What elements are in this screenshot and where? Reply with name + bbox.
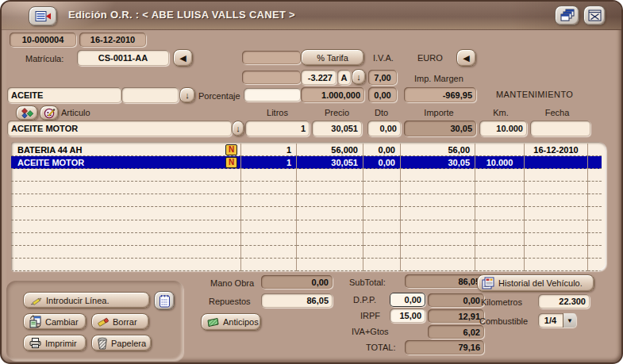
km-header: Km. xyxy=(476,108,525,117)
porcentaje-label: Porcentaje xyxy=(198,91,240,101)
kilometros-field[interactable]: 22.300 xyxy=(538,294,590,308)
cambiar-button[interactable]: Cambiar xyxy=(23,313,87,330)
iva-label: I.V.A. xyxy=(373,53,394,63)
combustible-dropdown[interactable]: 1/4 ▼ xyxy=(538,313,576,328)
imprimir-button[interactable]: Imprimir xyxy=(23,335,87,351)
cascade-windows-button[interactable] xyxy=(555,6,579,25)
pencil-icon xyxy=(30,295,43,306)
articulo-filter-field[interactable]: ACEITE xyxy=(7,87,121,103)
app-icon-button[interactable] xyxy=(29,6,57,26)
new-line-flag-icon: N xyxy=(225,157,237,168)
down-arrow-icon: ↓ xyxy=(185,90,190,100)
total-label: TOTAL: xyxy=(366,343,396,352)
vehicle-history-icon xyxy=(482,277,495,289)
cascade-windows-icon xyxy=(560,9,575,22)
anticipos-button[interactable]: Anticipos xyxy=(201,313,261,331)
table-row-empty xyxy=(11,233,606,246)
eraser-icon xyxy=(97,316,110,328)
subtotal-label: SubTotal: xyxy=(349,278,386,287)
mantenimiento-label: MANTENIMIENTO xyxy=(496,90,573,99)
tarifa-button[interactable]: % Tarifa xyxy=(301,49,364,66)
down-arrow-icon: ↓ xyxy=(356,72,361,82)
trash-icon xyxy=(97,337,108,350)
table-row-empty xyxy=(11,220,606,233)
table-row-empty xyxy=(11,259,606,271)
table-row-empty xyxy=(11,194,606,207)
prev-record-icon: ◀ xyxy=(179,53,186,63)
irpf-field: 12,91 xyxy=(428,309,484,323)
dto-header-field: 0,00 xyxy=(368,87,397,102)
irpf-label: IRPF xyxy=(360,311,380,320)
close-icon xyxy=(588,10,602,21)
title-bar: Edición O.R. : < ABE LUISA VALLS CANET > xyxy=(2,2,621,30)
borrar-button[interactable]: Borrar xyxy=(91,313,149,330)
introducir-linea-button[interactable]: Introducir Línea. xyxy=(23,292,150,308)
order-number-field[interactable]: 10-000004 xyxy=(10,33,76,47)
dpp-field: 0,00 xyxy=(428,293,484,307)
window-title: Edición O.R. : < ABE LUISA VALLS CANET > xyxy=(68,9,295,21)
edit-dto-field[interactable]: 0,00 xyxy=(367,121,401,136)
subtotal-field: 86,05 xyxy=(405,274,484,288)
table-row-empty xyxy=(11,169,606,182)
lines-table: BATERIA 44 AHN 1 56,000 0,00 56,00 16-12… xyxy=(11,142,606,271)
table-row[interactable]: BATERIA 44 AHN 1 56,000 0,00 56,00 16-12… xyxy=(11,144,606,156)
edit-litros-field[interactable]: 1 xyxy=(245,121,310,136)
advance-payment-icon xyxy=(206,317,220,328)
matricula-prev-button[interactable]: ◀ xyxy=(173,49,193,67)
dpp-pct-field[interactable]: 0,00 xyxy=(390,293,425,307)
imp-margen-label: Imp. Margen xyxy=(414,74,463,83)
tarifa-value-field[interactable]: -3.227 xyxy=(301,70,336,85)
precio-header: Precio xyxy=(312,108,362,117)
tarifa-empty-field-2 xyxy=(242,71,301,84)
edit-article-icon xyxy=(44,107,56,119)
order-date-field[interactable]: 16-12-2010 xyxy=(79,33,146,47)
parts-button[interactable] xyxy=(16,105,38,121)
articulo-column-label: Articulo xyxy=(61,108,90,117)
repuestos-label: Repuestos xyxy=(209,297,251,306)
dpp-label: D.P.P. xyxy=(353,295,376,305)
porcentaje-field[interactable] xyxy=(244,88,301,102)
total-field: 79,16 xyxy=(405,340,484,354)
close-window-button[interactable] xyxy=(583,6,606,25)
edit-precio-field[interactable]: 30,051 xyxy=(312,121,362,136)
articulo-filter-down-button[interactable]: ↓ xyxy=(179,87,195,103)
historial-vehiculo-button[interactable]: Historial del Vehículo. xyxy=(477,274,594,292)
euro-prev-button[interactable]: ◀ xyxy=(456,49,476,67)
mano-obra-field: 0,00 xyxy=(261,275,333,289)
edit-km-field[interactable]: 10.000 xyxy=(479,121,527,136)
articulo-filter-field-2[interactable] xyxy=(121,87,179,103)
repuestos-field[interactable]: 86,05 xyxy=(261,293,333,308)
table-row-empty xyxy=(11,246,606,259)
imp-margen-field: -969,95 xyxy=(404,87,476,102)
table-row-empty xyxy=(11,182,606,194)
irpf-pct-field[interactable]: 15,00 xyxy=(390,308,425,323)
table-row[interactable]: ACEITE MOTORN 1 30,051 0,00 30,05 10.000 xyxy=(11,156,606,169)
edit-articulo-field[interactable]: ACEITE MOTOR xyxy=(7,121,232,136)
down-arrow-icon: ↓ xyxy=(236,124,240,133)
edit-articulo-down-button[interactable]: ↓ xyxy=(232,121,244,136)
tarifa-down-button[interactable]: ↓ xyxy=(352,69,366,85)
tarifa-empty-field-1 xyxy=(242,51,301,64)
printer-icon xyxy=(29,337,42,349)
papelera-button[interactable]: Papelera xyxy=(91,335,152,351)
litros-header: Litros xyxy=(245,108,310,117)
dropdown-arrow-icon: ▼ xyxy=(563,313,576,328)
edit-article-button[interactable] xyxy=(40,105,59,121)
edit-fecha-field[interactable] xyxy=(530,121,590,136)
notepad-button[interactable] xyxy=(154,291,175,310)
notepad-icon xyxy=(159,294,171,308)
fecha-header: Fecha xyxy=(525,108,589,117)
precio-base-field: 1.000,000 xyxy=(301,87,364,102)
app-icon xyxy=(35,10,52,22)
order-edit-window: Edición O.R. : < ABE LUISA VALLS CANET > xyxy=(0,0,623,364)
tarifa-letter-field[interactable]: A xyxy=(337,70,351,85)
euro-label: EURO xyxy=(417,53,443,63)
prev-record-icon: ◀ xyxy=(463,53,469,63)
table-row-empty xyxy=(11,207,606,220)
iva-gtos-label: IVA+Gtos xyxy=(352,327,389,336)
dto-header: Dto xyxy=(362,108,401,117)
new-line-flag-icon: N xyxy=(225,144,237,155)
parts-icon xyxy=(20,108,35,119)
matricula-field[interactable]: CS-0011-AA xyxy=(77,50,169,66)
line-actions-panel: Introducir Línea. xyxy=(6,281,183,361)
